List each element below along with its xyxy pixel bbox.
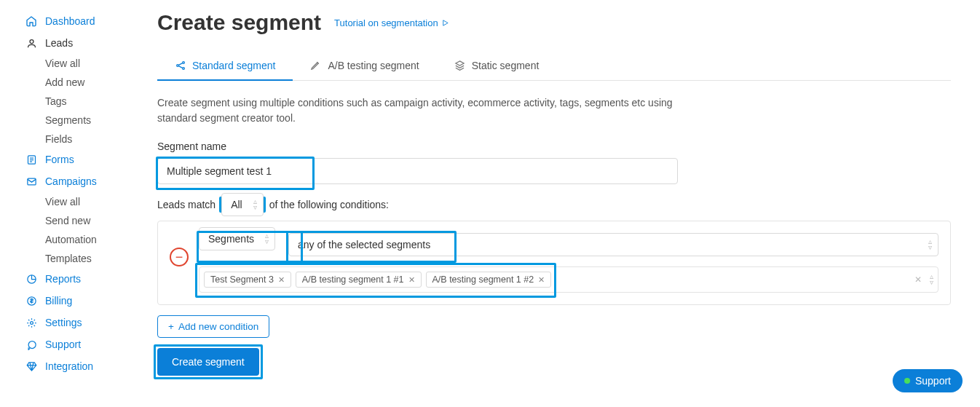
- nav-label: Billing: [45, 295, 72, 307]
- nav-label: Integration: [45, 360, 93, 372]
- svg-point-5: [30, 321, 33, 324]
- clear-all-icon[interactable]: ✕: [914, 274, 922, 285]
- nav-campaigns-sendnew[interactable]: Send new: [0, 211, 146, 230]
- nav-forms[interactable]: Forms: [0, 149, 146, 170]
- add-condition-button[interactable]: + Add new condition: [157, 315, 269, 338]
- nav-label: Leads: [45, 37, 73, 49]
- tag-item: Test Segment 3 ✕: [204, 272, 291, 288]
- user-icon: [25, 36, 38, 50]
- nav-label: Forms: [45, 154, 74, 165]
- layers-icon: [454, 60, 466, 71]
- segment-name-label: Segment name: [157, 141, 951, 152]
- nav-reports[interactable]: Reports: [0, 268, 146, 290]
- play-icon: [441, 19, 449, 27]
- tabs: Standard segment A/B testing segment Sta…: [157, 52, 951, 81]
- form-icon: [25, 153, 38, 166]
- nav-settings[interactable]: Settings: [0, 312, 146, 333]
- tab-static[interactable]: Static segment: [437, 52, 557, 80]
- nav-support[interactable]: Support: [0, 333, 146, 355]
- nav-leads-viewall[interactable]: View all: [0, 54, 146, 73]
- nav-leads-addnew[interactable]: Add new: [0, 73, 146, 92]
- chevron-updown-icon: ▵▿: [930, 274, 933, 285]
- home-icon: [25, 15, 38, 28]
- nav-label: Reports: [45, 273, 81, 285]
- nav-dashboard[interactable]: Dashboard: [0, 10, 146, 32]
- nav-campaigns-automation[interactable]: Automation: [0, 230, 146, 249]
- conditions-box: − Segments ▵▿ any of the selected segmen…: [157, 221, 951, 305]
- tag-item: A/B testing segment 1 #1 ✕: [296, 272, 422, 288]
- page-title: Create segment: [157, 10, 321, 35]
- sidebar: Dashboard Leads View all Add new Tags Se…: [0, 0, 146, 407]
- nav-label: Dashboard: [45, 15, 95, 27]
- nav-integration[interactable]: Integration: [0, 355, 146, 377]
- mail-icon: [25, 175, 38, 188]
- description: Create segment using multiple conditions…: [157, 95, 681, 126]
- remove-condition-button[interactable]: −: [170, 248, 189, 266]
- gear-icon: [25, 316, 38, 329]
- tab-standard[interactable]: Standard segment: [157, 52, 293, 80]
- nav-label: Campaigns: [45, 175, 97, 187]
- segment-name-input[interactable]: [157, 158, 678, 184]
- match-prefix: Leads match: [157, 199, 216, 210]
- chevron-updown-icon: ▵▿: [265, 233, 269, 245]
- tutorial-link[interactable]: Tutorial on segmentation: [334, 17, 449, 28]
- nav-campaigns-templates[interactable]: Templates: [0, 249, 146, 268]
- tab-label: Static segment: [472, 60, 540, 71]
- nav-label: Support: [45, 339, 81, 350]
- nav-leads-fields[interactable]: Fields: [0, 130, 146, 149]
- diamond-icon: [25, 360, 38, 373]
- support-label: Support: [915, 375, 951, 387]
- match-select[interactable]: All ▵▿: [221, 193, 264, 216]
- chart-icon: [25, 272, 38, 285]
- segments-multiselect[interactable]: Test Segment 3 ✕ A/B testing segment 1 #…: [199, 266, 938, 293]
- nav-campaigns-viewall[interactable]: View all: [0, 192, 146, 211]
- svg-point-9: [183, 68, 185, 70]
- main: Create segment Tutorial on segmentation …: [146, 0, 980, 407]
- match-suffix: of the following conditions:: [269, 199, 389, 210]
- create-segment-button[interactable]: Create segment: [157, 348, 259, 376]
- nav-leads-segments[interactable]: Segments: [0, 111, 146, 130]
- match-value: All: [231, 199, 242, 210]
- status-dot-icon: [904, 378, 910, 384]
- create-label: Create segment: [172, 356, 245, 368]
- add-condition-label: Add new condition: [178, 321, 258, 332]
- remove-tag-icon[interactable]: ✕: [408, 275, 415, 285]
- svg-marker-6: [443, 20, 447, 25]
- chevron-updown-icon: ▵▿: [253, 199, 257, 210]
- chevron-updown-icon: ▵▿: [928, 239, 932, 250]
- condition-type-value: Segments: [208, 233, 254, 245]
- nav-leads-tags[interactable]: Tags: [0, 92, 146, 111]
- nav-label: Settings: [45, 317, 82, 328]
- condition-mode-select[interactable]: any of the selected segments ▵▿: [288, 233, 938, 256]
- tag-label: A/B testing segment 1 #1: [302, 274, 404, 285]
- remove-tag-icon[interactable]: ✕: [278, 275, 285, 285]
- remove-tag-icon[interactable]: ✕: [538, 275, 545, 285]
- share-icon: [175, 60, 186, 71]
- nav-billing[interactable]: Billing: [0, 290, 146, 312]
- svg-point-0: [30, 39, 33, 43]
- svg-point-7: [177, 65, 179, 67]
- tab-label: Standard segment: [192, 60, 275, 71]
- support-widget[interactable]: Support: [893, 369, 963, 392]
- tab-ab[interactable]: A/B testing segment: [293, 52, 436, 80]
- tutorial-label: Tutorial on segmentation: [334, 17, 438, 28]
- tag-label: A/B testing segment 1 #2: [432, 274, 534, 285]
- tag-label: Test Segment 3: [210, 274, 274, 285]
- plus-icon: +: [168, 321, 174, 332]
- nav-leads[interactable]: Leads: [0, 32, 146, 54]
- dollar-icon: [25, 294, 38, 307]
- pen-icon: [310, 60, 322, 71]
- chat-icon: [25, 338, 38, 351]
- tag-item: A/B testing segment 1 #2 ✕: [426, 272, 552, 288]
- condition-type-select[interactable]: Segments ▵▿: [199, 227, 275, 250]
- condition-mode-value: any of the selected segments: [298, 239, 430, 250]
- svg-point-8: [183, 62, 185, 64]
- tab-label: A/B testing segment: [328, 60, 419, 71]
- nav-campaigns[interactable]: Campaigns: [0, 170, 146, 192]
